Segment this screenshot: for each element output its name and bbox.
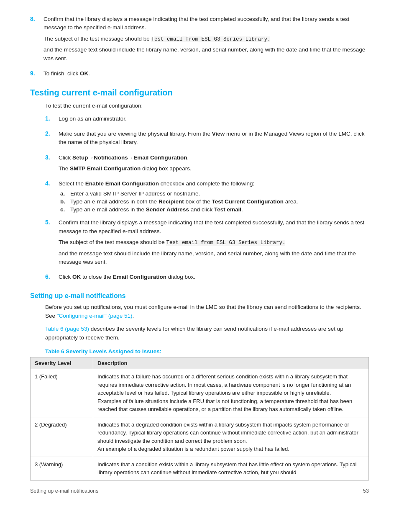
s1-step-4-num: 4. bbox=[45, 180, 59, 187]
step-8-note2: and the message text should include the … bbox=[43, 46, 369, 63]
s1-step-4: 4. Select the Enable Email Configuration… bbox=[45, 180, 369, 214]
section2-intro2: Table 6 (page 53) describes the severity… bbox=[45, 325, 369, 342]
s1-step-1-num: 1. bbox=[45, 115, 59, 122]
footer-right: 53 bbox=[363, 488, 369, 494]
section1-heading: Testing current e-mail configuration bbox=[30, 88, 369, 98]
severity-table: Severity Level Description 1 (Failed) In… bbox=[30, 357, 369, 481]
table-title: Table 6 Severity Levels Assigned to Issu… bbox=[45, 348, 369, 355]
step-8-content: Confirm that the library displays a mess… bbox=[43, 15, 369, 65]
s1-step-2-content: Make sure that you are viewing the physi… bbox=[59, 130, 369, 149]
s1-step-6-num: 6. bbox=[45, 273, 59, 280]
s1-step-4-content: Select the Enable Email Configuration ch… bbox=[59, 180, 369, 214]
table-row: 3 (Warning) Indicates that a condition e… bbox=[31, 457, 369, 480]
s1-step-6-content: Click OK to close the Email Configuratio… bbox=[59, 273, 369, 284]
step-9-num: 9. bbox=[30, 69, 43, 77]
row1-description: Indicates that a failure has occurred or… bbox=[93, 369, 369, 417]
step-8-note: The subject of the test message should b… bbox=[43, 35, 369, 44]
page-footer: Setting up e-mail notifications 53 bbox=[30, 488, 369, 494]
s1-step-1: 1. Log on as an administrator. bbox=[45, 115, 369, 126]
s1-step-5-note2: and the message text should include the … bbox=[59, 249, 369, 267]
footer-left: Setting up e-mail notifications bbox=[30, 488, 98, 494]
col-description: Description bbox=[93, 357, 369, 369]
sub-step-b: b. Type an e-mail address in both the Re… bbox=[60, 198, 369, 205]
s1-step-2: 2. Make sure that you are viewing the ph… bbox=[45, 130, 369, 149]
step-9: 9. To finish, click OK. bbox=[30, 69, 369, 80]
step-8: 8. Confirm that the library displays a m… bbox=[30, 15, 369, 65]
section2-link2[interactable]: Table 6 (page 53) bbox=[45, 326, 89, 332]
section2-heading: Setting up e-mail notifications bbox=[30, 292, 369, 300]
s1-step-3-content: Click Setup→Notifications→Email Configur… bbox=[59, 154, 369, 176]
s1-step-6: 6. Click OK to close the Email Configura… bbox=[45, 273, 369, 284]
s1-step-2-num: 2. bbox=[45, 130, 59, 137]
s1-step-1-content: Log on as an administrator. bbox=[59, 115, 369, 126]
step-8-text: Confirm that the library displays a mess… bbox=[43, 15, 369, 32]
section1-intro: To test the current e-mail configuration… bbox=[45, 102, 369, 111]
s1-step-5: 5. Confirm that the library displays a m… bbox=[45, 218, 369, 269]
table-header-row: Severity Level Description bbox=[31, 357, 369, 369]
s1-step-3: 3. Click Setup→Notifications→Email Confi… bbox=[45, 154, 369, 176]
s1-step-5-content: Confirm that the library displays a mess… bbox=[59, 218, 369, 269]
row2-level: 2 (Degraded) bbox=[31, 417, 93, 457]
section2-intro1: Before you set up notifications, you mus… bbox=[45, 303, 369, 321]
s1-step-5-num: 5. bbox=[45, 218, 59, 226]
row3-description: Indicates that a condition exists within… bbox=[93, 457, 369, 480]
step-8-num: 8. bbox=[30, 15, 43, 22]
table-row: 2 (Degraded) Indicates that a degraded c… bbox=[31, 417, 369, 457]
s1-step-5-note: The subject of the test message should b… bbox=[59, 238, 369, 247]
sub-step-a: a. Enter a valid SMTP Server IP address … bbox=[60, 190, 369, 197]
row1-level: 1 (Failed) bbox=[31, 369, 93, 417]
s1-step-3-num: 3. bbox=[45, 154, 59, 161]
section2-link1[interactable]: "Configuring e-mail" (page 51) bbox=[57, 313, 133, 319]
row3-level: 3 (Warning) bbox=[31, 457, 93, 480]
col-severity-level: Severity Level bbox=[31, 357, 93, 369]
s1-step-3-subnote: The SMTP Email Configuration dialog box … bbox=[59, 164, 369, 173]
step-9-text: To finish, click OK. bbox=[43, 69, 369, 78]
row2-description: Indicates that a degraded condition exis… bbox=[93, 417, 369, 457]
table-row: 1 (Failed) Indicates that a failure has … bbox=[31, 369, 369, 417]
step-9-content: To finish, click OK. bbox=[43, 69, 369, 80]
sub-step-c: c. Type an e-mail address in the Sender … bbox=[60, 206, 369, 213]
